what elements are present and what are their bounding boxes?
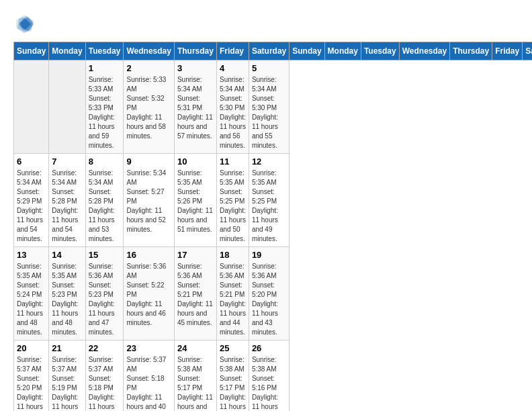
day-number: 22	[89, 343, 121, 353]
day-number: 18	[220, 250, 246, 260]
calendar-cell: 22Sunrise: 5:37 AM Sunset: 5:18 PM Dayli…	[85, 340, 124, 412]
day-number: 3	[177, 63, 214, 73]
day-info: Sunrise: 5:35 AM Sunset: 5:25 PM Dayligh…	[252, 169, 286, 244]
day-info: Sunrise: 5:36 AM Sunset: 5:21 PM Dayligh…	[220, 262, 246, 337]
day-info: Sunrise: 5:36 AM Sunset: 5:23 PM Dayligh…	[89, 262, 121, 337]
calendar-cell: 24Sunrise: 5:38 AM Sunset: 5:17 PM Dayli…	[174, 340, 216, 412]
day-number: 15	[89, 250, 121, 260]
calendar-cell: 20Sunrise: 5:37 AM Sunset: 5:20 PM Dayli…	[14, 340, 49, 412]
day-info: Sunrise: 5:37 AM Sunset: 5:18 PM Dayligh…	[89, 355, 121, 411]
calendar-cell: 10Sunrise: 5:35 AM Sunset: 5:26 PM Dayli…	[174, 154, 216, 247]
day-number: 14	[52, 250, 82, 260]
calendar-cell: 2Sunrise: 5:33 AM Sunset: 5:32 PM Daylig…	[124, 60, 174, 154]
day-info: Sunrise: 5:34 AM Sunset: 5:27 PM Dayligh…	[126, 169, 171, 234]
weekday-header-wednesday: Wednesday	[124, 42, 174, 60]
calendar-cell: 21Sunrise: 5:37 AM Sunset: 5:19 PM Dayli…	[49, 340, 85, 412]
calendar-cell: 14Sunrise: 5:35 AM Sunset: 5:23 PM Dayli…	[49, 247, 85, 340]
day-number: 1	[89, 63, 121, 73]
day-number: 10	[177, 156, 214, 167]
calendar-cell: 23Sunrise: 5:37 AM Sunset: 5:18 PM Dayli…	[124, 340, 174, 412]
day-info: Sunrise: 5:34 AM Sunset: 5:31 PM Dayligh…	[177, 75, 214, 141]
day-number: 11	[220, 156, 246, 167]
calendar-header-row: SundayMondayTuesdayWednesdayThursdayFrid…	[14, 42, 533, 60]
day-info: Sunrise: 5:34 AM Sunset: 5:30 PM Dayligh…	[220, 75, 246, 150]
day-info: Sunrise: 5:36 AM Sunset: 5:21 PM Dayligh…	[177, 262, 214, 328]
page-header	[13, 13, 519, 35]
day-info: Sunrise: 5:38 AM Sunset: 5:16 PM Dayligh…	[252, 355, 286, 411]
day-info: Sunrise: 5:34 AM Sunset: 5:30 PM Dayligh…	[252, 75, 286, 150]
calendar-cell: 3Sunrise: 5:34 AM Sunset: 5:31 PM Daylig…	[174, 60, 216, 154]
calendar-cell: 15Sunrise: 5:36 AM Sunset: 5:23 PM Dayli…	[85, 247, 124, 340]
calendar-cell: 7Sunrise: 5:34 AM Sunset: 5:28 PM Daylig…	[49, 154, 85, 247]
calendar-week-row: 20Sunrise: 5:37 AM Sunset: 5:20 PM Dayli…	[14, 340, 533, 412]
day-number: 20	[17, 343, 46, 353]
day-info: Sunrise: 5:38 AM Sunset: 5:17 PM Dayligh…	[220, 355, 246, 411]
calendar-cell: 5Sunrise: 5:34 AM Sunset: 5:30 PM Daylig…	[249, 60, 289, 154]
day-number: 5	[252, 63, 286, 73]
logo	[13, 13, 39, 35]
day-number: 21	[52, 343, 82, 353]
day-info: Sunrise: 5:37 AM Sunset: 5:18 PM Dayligh…	[126, 355, 171, 411]
calendar-cell: 13Sunrise: 5:35 AM Sunset: 5:24 PM Dayli…	[14, 247, 49, 340]
calendar-cell: 17Sunrise: 5:36 AM Sunset: 5:21 PM Dayli…	[174, 247, 216, 340]
day-info: Sunrise: 5:34 AM Sunset: 5:28 PM Dayligh…	[52, 169, 82, 244]
weekday-header-friday: Friday	[492, 42, 523, 60]
calendar-cell	[14, 60, 49, 154]
day-number: 7	[52, 156, 82, 167]
day-number: 23	[126, 343, 171, 353]
day-number: 24	[177, 343, 214, 353]
logo-icon	[13, 13, 35, 35]
weekday-header-friday: Friday	[216, 42, 249, 60]
weekday-header-saturday: Saturday	[249, 42, 289, 60]
calendar-cell: 12Sunrise: 5:35 AM Sunset: 5:25 PM Dayli…	[249, 154, 289, 247]
weekday-header-monday: Monday	[49, 42, 85, 60]
day-info: Sunrise: 5:33 AM Sunset: 5:33 PM Dayligh…	[89, 75, 121, 150]
day-number: 26	[252, 343, 286, 353]
day-number: 19	[252, 250, 286, 260]
day-info: Sunrise: 5:35 AM Sunset: 5:26 PM Dayligh…	[177, 169, 214, 234]
day-number: 17	[177, 250, 214, 260]
weekday-header-thursday: Thursday	[450, 42, 492, 60]
day-info: Sunrise: 5:35 AM Sunset: 5:23 PM Dayligh…	[52, 262, 82, 337]
weekday-header-wednesday: Wednesday	[399, 42, 449, 60]
calendar-cell: 6Sunrise: 5:34 AM Sunset: 5:29 PM Daylig…	[14, 154, 49, 247]
calendar-cell	[49, 60, 85, 154]
weekday-header-sunday: Sunday	[14, 42, 49, 60]
day-info: Sunrise: 5:37 AM Sunset: 5:19 PM Dayligh…	[52, 355, 82, 411]
day-number: 8	[89, 156, 121, 167]
calendar-week-row: 6Sunrise: 5:34 AM Sunset: 5:29 PM Daylig…	[14, 154, 533, 247]
day-number: 16	[126, 250, 171, 260]
calendar-cell: 1Sunrise: 5:33 AM Sunset: 5:33 PM Daylig…	[85, 60, 124, 154]
day-number: 12	[252, 156, 286, 167]
day-info: Sunrise: 5:36 AM Sunset: 5:20 PM Dayligh…	[252, 262, 286, 337]
calendar-table: SundayMondayTuesdayWednesdayThursdayFrid…	[13, 42, 532, 411]
calendar-cell: 11Sunrise: 5:35 AM Sunset: 5:25 PM Dayli…	[216, 154, 249, 247]
day-number: 9	[126, 156, 171, 167]
day-info: Sunrise: 5:38 AM Sunset: 5:17 PM Dayligh…	[177, 355, 214, 411]
weekday-header-sunday: Sunday	[290, 42, 324, 60]
day-info: Sunrise: 5:35 AM Sunset: 5:24 PM Dayligh…	[17, 262, 46, 337]
day-info: Sunrise: 5:35 AM Sunset: 5:25 PM Dayligh…	[220, 169, 246, 244]
day-info: Sunrise: 5:34 AM Sunset: 5:28 PM Dayligh…	[89, 169, 121, 244]
day-info: Sunrise: 5:36 AM Sunset: 5:22 PM Dayligh…	[126, 262, 171, 328]
weekday-header-tuesday: Tuesday	[85, 42, 124, 60]
day-number: 2	[126, 63, 171, 73]
calendar-cell: 9Sunrise: 5:34 AM Sunset: 5:27 PM Daylig…	[124, 154, 174, 247]
day-number: 4	[220, 63, 246, 73]
calendar-week-row: 13Sunrise: 5:35 AM Sunset: 5:24 PM Dayli…	[14, 247, 533, 340]
calendar-cell: 4Sunrise: 5:34 AM Sunset: 5:30 PM Daylig…	[216, 60, 249, 154]
day-info: Sunrise: 5:33 AM Sunset: 5:32 PM Dayligh…	[126, 75, 171, 141]
day-info: Sunrise: 5:37 AM Sunset: 5:20 PM Dayligh…	[17, 355, 46, 411]
day-number: 13	[17, 250, 46, 260]
day-info: Sunrise: 5:34 AM Sunset: 5:29 PM Dayligh…	[17, 169, 46, 244]
calendar-cell: 8Sunrise: 5:34 AM Sunset: 5:28 PM Daylig…	[85, 154, 124, 247]
weekday-header-tuesday: Tuesday	[361, 42, 399, 60]
calendar-cell: 16Sunrise: 5:36 AM Sunset: 5:22 PM Dayli…	[124, 247, 174, 340]
calendar-cell: 18Sunrise: 5:36 AM Sunset: 5:21 PM Dayli…	[216, 247, 249, 340]
weekday-header-saturday: Saturday	[523, 42, 532, 60]
day-number: 25	[220, 343, 246, 353]
calendar-cell: 25Sunrise: 5:38 AM Sunset: 5:17 PM Dayli…	[216, 340, 249, 412]
calendar-week-row: 1Sunrise: 5:33 AM Sunset: 5:33 PM Daylig…	[14, 60, 533, 154]
weekday-header-thursday: Thursday	[174, 42, 216, 60]
day-number: 6	[17, 156, 46, 167]
